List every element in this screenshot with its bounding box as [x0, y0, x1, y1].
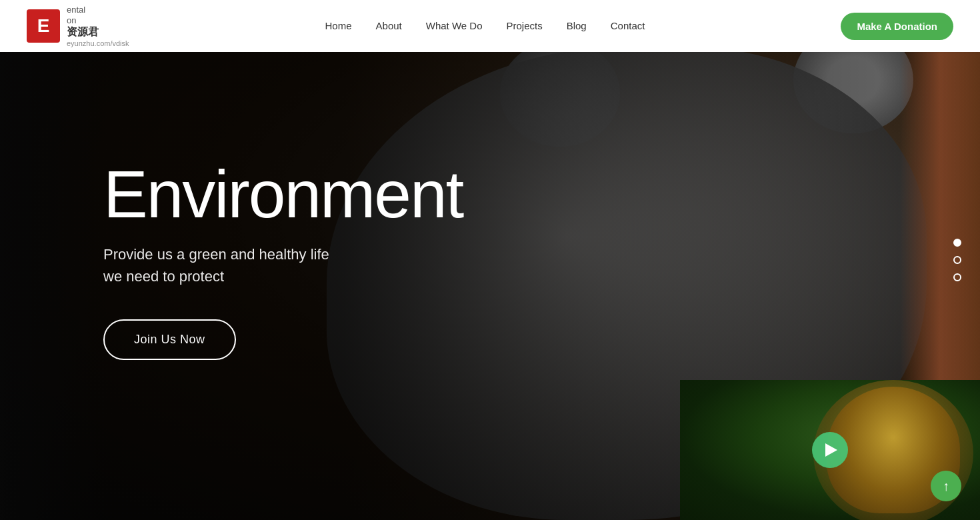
nav-links: Home About What We Do Projects Blog Cont…	[325, 20, 645, 32]
donate-button[interactable]: Make A Donation	[841, 13, 953, 40]
nav-link-blog[interactable]: Blog	[567, 20, 587, 31]
play-icon	[825, 443, 837, 457]
nav-link-about[interactable]: About	[376, 20, 402, 31]
join-now-button[interactable]: Join Us Now	[103, 319, 236, 360]
video-background	[680, 380, 980, 520]
nav-item-contact[interactable]: Contact	[611, 20, 645, 32]
logo-icon: E	[27, 9, 60, 43]
logo-partial: ental on	[67, 5, 129, 25]
logo-url: eyunzhu.com/vdisk	[67, 39, 129, 47]
logo-text: ental on 资源君 eyunzhu.com/vdisk	[67, 5, 129, 47]
play-button[interactable]	[812, 432, 848, 468]
hero-content: Environment Provide us a green and healt…	[103, 161, 877, 360]
video-thumbnail[interactable]	[680, 380, 980, 520]
hero-subtitle: Provide us a green and healthy life we n…	[103, 243, 877, 287]
nav-link-home[interactable]: Home	[325, 20, 352, 31]
nav-item-projects[interactable]: Projects	[507, 20, 543, 32]
logo-chinese: 资源君	[67, 25, 129, 39]
slide-dots	[953, 239, 961, 281]
navbar: E ental on 资源君 eyunzhu.com/vdisk Home Ab…	[0, 0, 980, 52]
hero-title: Environment	[103, 161, 877, 227]
logo: E ental on 资源君 eyunzhu.com/vdisk	[27, 5, 129, 47]
slide-dot-2[interactable]	[953, 256, 961, 264]
scroll-up-button[interactable]: ↑	[931, 471, 961, 501]
nav-link-projects[interactable]: Projects	[507, 20, 543, 31]
nav-link-contact[interactable]: Contact	[611, 20, 645, 31]
nav-item-what-we-do[interactable]: What We Do	[426, 20, 483, 32]
slide-dot-1[interactable]	[953, 239, 961, 247]
nav-link-what-we-do[interactable]: What We Do	[426, 20, 483, 31]
nav-item-about[interactable]: About	[376, 20, 402, 32]
slide-dot-3[interactable]	[953, 273, 961, 281]
nav-item-blog[interactable]: Blog	[567, 20, 587, 32]
nav-item-home[interactable]: Home	[325, 20, 352, 32]
